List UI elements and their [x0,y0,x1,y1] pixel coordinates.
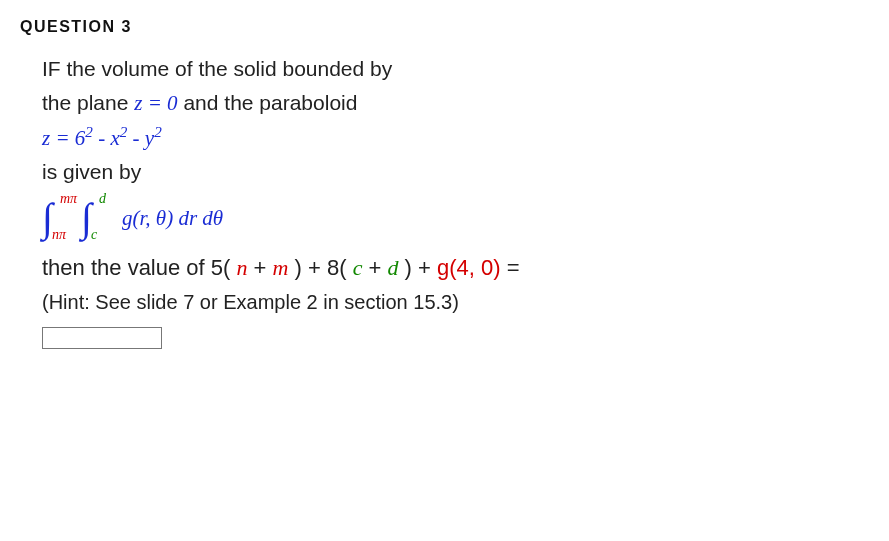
eq-y-sq: 2 [154,124,162,140]
eq-minus-2: - [127,126,145,150]
integrand-dr: dr [173,206,197,230]
outer-integral-icon: ∫ mπ nπ [42,198,53,238]
eq-6: 6 [75,126,86,150]
outer-lower-limit: nπ [52,228,66,242]
line-1: IF the volume of the solid bounded by [42,54,869,84]
then-plus-3: + [362,255,387,280]
then-paren-4: ) + [398,255,437,280]
eq-equals: = [50,126,75,150]
then-text-a: then the value of 5( [42,255,236,280]
answer-input[interactable] [42,327,162,349]
eq-minus-1: - [93,126,111,150]
then-plus-1: + [247,255,272,280]
then-paren-2: ) + 8( [288,255,352,280]
g-eval: g(4, 0) [437,255,501,280]
double-integral: ∫ mπ nπ ∫ d c g(r, θ) dr dθ [42,198,223,238]
eq-plane: z = 0 [134,91,177,115]
var-m: m [273,255,289,280]
outer-upper-limit: mπ [60,192,77,206]
eq-z: z [42,126,50,150]
integrand-dtheta: dθ [197,206,223,230]
eq-6-sq: 2 [85,124,93,140]
integrand-comma: , [145,206,156,230]
integrand: g(r, θ) dr dθ [122,203,223,233]
then-line: then the value of 5( n + m ) + 8( c + d … [42,252,869,284]
integrand-theta: θ [156,206,166,230]
inner-upper-limit: d [99,192,106,206]
eq-y: y [145,126,154,150]
line-2: the plane z = 0 and the paraboloid [42,88,869,118]
line-3-paraboloid: z = 62 - x2 - y2 [42,123,869,153]
eq-x: x [110,126,119,150]
question-body: IF the volume of the solid bounded by th… [20,54,869,351]
then-equals: = [501,255,520,280]
line-4: is given by [42,157,869,187]
hint-line: (Hint: See slide 7 or Example 2 in secti… [42,288,869,317]
var-d: d [387,255,398,280]
question-header: QUESTION 3 [20,18,869,36]
line-2-text-b: and the paraboloid [178,91,358,114]
line-2-text-a: the plane [42,91,134,114]
integrand-g: g [122,206,133,230]
var-n: n [236,255,247,280]
inner-integral-icon: ∫ d c [81,198,92,238]
var-c: c [353,255,363,280]
inner-lower-limit: c [91,228,97,242]
